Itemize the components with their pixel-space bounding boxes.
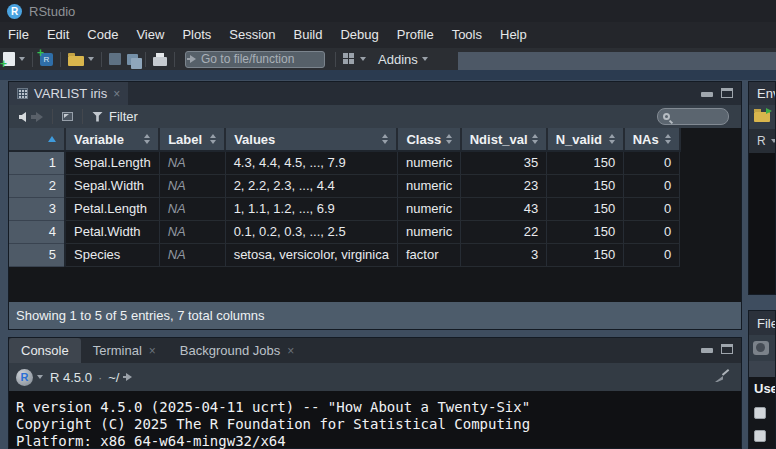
goto-file-input[interactable]	[201, 52, 356, 66]
sort-icon	[382, 134, 388, 144]
varlist-toolbar: Filter	[9, 105, 741, 128]
save-all-button[interactable]	[127, 49, 138, 69]
tab-varlist-iris[interactable]: VARLIST iris ×	[9, 82, 128, 105]
data-grid-icon	[17, 88, 28, 99]
main-toolbar: R Addins	[0, 48, 776, 70]
cell-ndist-val: 43	[461, 197, 547, 220]
environment-scope-selector[interactable]: R	[749, 129, 775, 153]
maximize-icon[interactable]	[721, 344, 733, 354]
menu-item-help[interactable]: Help	[494, 22, 533, 48]
open-file-button[interactable]	[68, 49, 94, 69]
table-row[interactable]: 1 Sepal.Length NA 4.3, 4.4, 4.5, ..., 7.…	[9, 151, 680, 174]
column-header-variable[interactable]: Variable	[65, 128, 159, 151]
minimize-icon[interactable]	[701, 348, 713, 353]
column-header-class[interactable]: Class	[397, 128, 460, 151]
varlist-tab-bar: VARLIST iris ×	[9, 82, 741, 105]
row-number: 1	[9, 151, 65, 174]
import-dataset-icon[interactable]	[754, 112, 770, 122]
r-version-icon[interactable]: R	[16, 369, 33, 386]
column-header-label[interactable]: Label	[159, 128, 225, 151]
menu-item-edit[interactable]: Edit	[41, 22, 75, 48]
console-output[interactable]: R version 4.5.0 (2025-04-11 ucrt) -- "Ho…	[9, 391, 741, 449]
cell-nas: 0	[624, 174, 680, 197]
chevron-down-icon[interactable]	[37, 375, 43, 379]
files-path-bar	[749, 361, 775, 377]
maximize-icon[interactable]	[721, 88, 733, 98]
filter-label[interactable]: Filter	[109, 109, 138, 124]
table-header-row: Variable Label Values Class Ndist_val N_…	[9, 128, 680, 151]
column-header-values[interactable]: Values	[225, 128, 397, 151]
tab-environment[interactable]: Envi	[749, 82, 775, 105]
toolbar-separator	[60, 52, 61, 67]
tab-files[interactable]: Files	[749, 311, 775, 335]
chevron-down-icon	[360, 57, 366, 61]
tab-background-jobs[interactable]: Background Jobs ×	[168, 338, 306, 363]
menu-item-build[interactable]: Build	[288, 22, 329, 48]
print-button[interactable]	[153, 49, 167, 69]
open-in-window-icon[interactable]	[62, 112, 73, 121]
menu-item-debug[interactable]: Debug	[334, 22, 384, 48]
tab-console[interactable]: Console	[9, 338, 81, 363]
new-file-button[interactable]	[3, 49, 25, 69]
table-status-bar: Showing 1 to 5 of 5 entries, 7 total col…	[9, 302, 741, 329]
close-icon[interactable]: ×	[149, 344, 156, 358]
cell-n-valid: 150	[547, 151, 624, 174]
toolbar-separator	[101, 52, 102, 67]
cell-values: 2, 2.2, 2.3, ..., 4.4	[225, 174, 397, 197]
goto-file-box[interactable]	[185, 51, 325, 68]
table-row[interactable]: 2 Sepal.Width NA 2, 2.2, 2.3, ..., 4.4 n…	[9, 174, 680, 197]
addins-button[interactable]: Addins	[372, 49, 428, 69]
new-file-tool-icon[interactable]	[753, 341, 769, 355]
save-button[interactable]	[109, 49, 121, 69]
tab-label: Files	[757, 316, 776, 331]
menu-item-plots[interactable]: Plots	[176, 22, 217, 48]
table-status-text: Showing 1 to 5 of 5 entries, 7 total col…	[16, 308, 265, 323]
table-row[interactable]: 4 Petal.Width NA 0.1, 0.2, 0.3, ..., 2.5…	[9, 220, 680, 243]
cell-class: numeric	[397, 151, 460, 174]
minimize-icon[interactable]	[701, 92, 713, 97]
cell-class: numeric	[397, 220, 460, 243]
forward-arrow-icon[interactable]	[36, 112, 43, 122]
toolbar-separator	[145, 52, 146, 67]
close-icon[interactable]: ×	[287, 344, 294, 358]
table-row[interactable]: 3 Petal.Length NA 1, 1.1, 1.2, ..., 6.9 …	[9, 197, 680, 220]
goto-arrow-icon	[190, 55, 196, 63]
menu-item-session[interactable]: Session	[223, 22, 281, 48]
filter-icon[interactable]	[92, 112, 103, 122]
environment-content	[749, 153, 775, 294]
cell-label: NA	[159, 220, 225, 243]
clear-console-icon[interactable]	[715, 369, 729, 383]
scope-label: R	[757, 134, 766, 148]
column-header-ndist-val[interactable]: Ndist_val	[461, 128, 547, 151]
close-icon[interactable]: ×	[113, 87, 120, 101]
pane-grid-icon	[343, 53, 356, 66]
cell-nas: 0	[624, 243, 680, 266]
column-header-nas[interactable]: NAs	[624, 128, 680, 151]
toolbar-separator	[335, 52, 336, 67]
new-project-button[interactable]: R	[40, 49, 53, 69]
menu-item-profile[interactable]: Profile	[391, 22, 440, 48]
cell-ndist-val: 23	[461, 174, 547, 197]
file-checkbox[interactable]	[754, 430, 766, 442]
cell-n-valid: 150	[547, 243, 624, 266]
back-arrow-icon[interactable]	[19, 112, 26, 122]
column-header-index[interactable]	[9, 128, 65, 151]
open-folder-icon	[68, 56, 84, 66]
pane-layout-button[interactable]	[343, 49, 366, 69]
tab-terminal[interactable]: Terminal ×	[81, 338, 168, 363]
menu-item-code[interactable]: Code	[81, 22, 124, 48]
goto-directory-icon[interactable]	[126, 373, 132, 381]
menu-item-view[interactable]: View	[130, 22, 170, 48]
cell-variable: Species	[65, 243, 159, 266]
cell-values: setosa, versicolor, virginica	[225, 243, 397, 266]
cell-variable: Petal.Width	[65, 220, 159, 243]
sort-icon	[609, 134, 615, 144]
table-row[interactable]: 5 Species NA setosa, versicolor, virgini…	[9, 243, 680, 266]
table-search-box[interactable]	[657, 108, 729, 125]
file-checkbox[interactable]	[754, 407, 766, 419]
menu-item-file[interactable]: File	[2, 22, 35, 48]
table-search-input[interactable]	[673, 111, 723, 123]
cell-n-valid: 150	[547, 174, 624, 197]
column-header-n-valid[interactable]: N_valid	[547, 128, 624, 151]
menu-item-tools[interactable]: Tools	[446, 22, 488, 48]
